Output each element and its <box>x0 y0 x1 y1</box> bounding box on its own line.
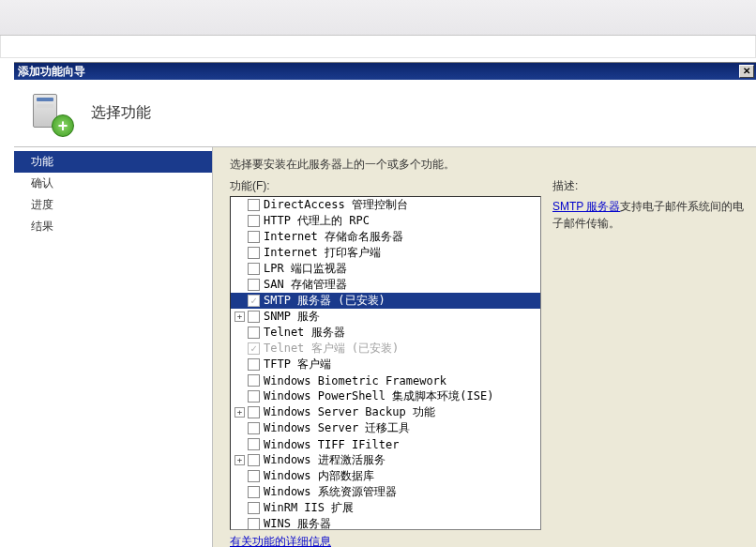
feature-list-label: 功能(F): <box>230 178 541 194</box>
feature-row[interactable]: WinRM IIS 扩展 <box>231 500 540 516</box>
feature-row[interactable]: LPR 端口监视器 <box>231 261 540 277</box>
feature-label: Windows 内部数据库 <box>264 468 374 484</box>
feature-checkbox[interactable] <box>248 374 260 387</box>
expand-spacer <box>234 471 245 481</box>
feature-row[interactable]: +Windows Server Backup 功能 <box>231 404 540 420</box>
wizard-header-icon: + <box>27 90 74 137</box>
feature-row[interactable]: +Windows 进程激活服务 <box>231 452 540 468</box>
feature-row[interactable]: Windows 内部数据库 <box>231 468 540 484</box>
feature-checkbox: ✓ <box>248 342 260 355</box>
feature-label: WINS 服务器 <box>264 516 331 530</box>
feature-checkbox[interactable] <box>248 422 260 434</box>
feature-label: Windows TIFF IFilter <box>264 438 400 451</box>
feature-row[interactable]: ✓SMTP 服务器 (已安装) <box>231 293 540 309</box>
wizard-nav: 功能确认进度结果 <box>14 147 213 547</box>
expand-spacer <box>234 327 245 338</box>
parent-window-toolbar <box>0 0 756 36</box>
feature-row[interactable]: +SNMP 服务 <box>231 309 540 325</box>
expand-spacer <box>234 200 245 210</box>
description-panel: 描述: SMTP 服务器支持电子邮件系统间的电子邮件传输。 <box>552 178 747 232</box>
feature-label: Windows Server Backup 功能 <box>264 404 435 420</box>
feature-label: Windows PowerShell 集成脚本环境(ISE) <box>264 388 493 404</box>
feature-row[interactable]: Windows Biometric Framework <box>231 372 540 388</box>
expand-spacer <box>234 391 245 402</box>
feature-checkbox[interactable] <box>248 486 260 498</box>
feature-checkbox[interactable] <box>248 247 260 259</box>
feature-checkbox[interactable] <box>248 311 260 323</box>
feature-checkbox: ✓ <box>248 295 260 307</box>
feature-label: SAN 存储管理器 <box>264 277 347 293</box>
feature-checkbox[interactable] <box>248 406 260 418</box>
expand-spacer <box>234 519 245 529</box>
parent-window-gap <box>0 36 756 58</box>
feature-row[interactable]: Telnet 服务器 <box>231 325 540 341</box>
feature-label: Internet 存储命名服务器 <box>264 229 403 245</box>
feature-row[interactable]: HTTP 代理上的 RPC <box>231 213 540 229</box>
feature-row[interactable]: Internet 存储命名服务器 <box>231 229 540 245</box>
feature-row[interactable]: Internet 打印客户端 <box>231 245 540 261</box>
feature-label: Telnet 服务器 <box>264 325 345 341</box>
feature-checkbox[interactable] <box>248 279 260 291</box>
feature-checkbox[interactable] <box>248 518 260 530</box>
feature-label: Windows Server 迁移工具 <box>264 420 410 436</box>
feature-checkbox[interactable] <box>248 502 260 514</box>
feature-checkbox[interactable] <box>248 358 260 371</box>
expand-icon[interactable]: + <box>234 407 245 418</box>
feature-checkbox[interactable] <box>248 327 260 339</box>
feature-row[interactable]: Windows TIFF IFilter <box>231 436 540 452</box>
feature-checkbox[interactable] <box>248 470 260 482</box>
expand-spacer <box>234 216 245 226</box>
feature-label: LPR 端口监视器 <box>264 261 347 277</box>
feature-row[interactable]: Windows PowerShell 集成脚本环境(ISE) <box>231 388 540 404</box>
expand-spacer <box>234 280 245 290</box>
feature-row[interactable]: Windows Server 迁移工具 <box>231 420 540 436</box>
feature-checkbox[interactable] <box>248 231 260 243</box>
nav-item[interactable]: 结果 <box>14 216 212 237</box>
feature-label: SMTP 服务器 (已安装) <box>264 293 386 309</box>
feature-label: DirectAccess 管理控制台 <box>264 197 408 213</box>
feature-checkbox[interactable] <box>248 263 260 275</box>
feature-checkbox[interactable] <box>248 454 260 466</box>
feature-label: Windows Biometric Framework <box>264 374 446 387</box>
expand-spacer <box>234 232 245 242</box>
close-button[interactable]: ✕ <box>739 65 754 78</box>
feature-label: Telnet 客户端 (已安装) <box>264 341 399 357</box>
wizard-body: 功能确认进度结果 选择要安装在此服务器上的一个或多个功能。 功能(F): Dir… <box>14 147 756 547</box>
expand-spacer <box>234 343 245 354</box>
instruction-text: 选择要安装在此服务器上的一个或多个功能。 <box>230 157 747 173</box>
feature-label: Windows 进程激活服务 <box>264 452 386 468</box>
expand-spacer <box>234 296 245 306</box>
expand-icon[interactable]: + <box>234 311 245 322</box>
feature-label: Windows 系统资源管理器 <box>264 484 397 500</box>
feature-checkbox[interactable] <box>248 199 260 211</box>
expand-icon[interactable]: + <box>234 455 245 465</box>
description-header: 描述: <box>552 178 747 194</box>
feature-row[interactable]: Windows 系统资源管理器 <box>231 484 540 500</box>
close-icon: ✕ <box>743 67 750 76</box>
feature-row[interactable]: ✓Telnet 客户端 (已安装) <box>231 341 540 357</box>
feature-row[interactable]: SAN 存储管理器 <box>231 277 540 293</box>
wizard-content: 选择要安装在此服务器上的一个或多个功能。 功能(F): DirectAccess… <box>213 147 756 547</box>
nav-item[interactable]: 确认 <box>14 173 212 194</box>
add-features-wizard-dialog: 添加功能向导 ✕ + 选择功能 功能确认进度结果 选择要安装在此服务器上的一个或… <box>14 62 756 547</box>
expand-spacer <box>234 359 245 370</box>
nav-item[interactable]: 功能 <box>14 151 212 173</box>
feature-row[interactable]: WINS 服务器 <box>231 516 540 530</box>
feature-row[interactable]: DirectAccess 管理控制台 <box>231 197 540 213</box>
titlebar[interactable]: 添加功能向导 ✕ <box>14 63 756 80</box>
description-link[interactable]: SMTP 服务器 <box>552 200 620 213</box>
feature-row[interactable]: TFTP 客户端 <box>231 357 540 372</box>
expand-spacer <box>234 423 245 433</box>
feature-checkbox[interactable] <box>248 390 260 403</box>
plus-badge-icon: + <box>52 114 74 137</box>
more-info-link[interactable]: 有关功能的详细信息 <box>230 534 331 547</box>
feature-checkbox[interactable] <box>248 215 260 227</box>
feature-listbox[interactable]: DirectAccess 管理控制台 HTTP 代理上的 RPC Interne… <box>230 196 541 530</box>
feature-label: SNMP 服务 <box>264 309 320 325</box>
feature-checkbox[interactable] <box>248 438 260 450</box>
description-body: SMTP 服务器支持电子邮件系统间的电子邮件传输。 <box>552 198 747 232</box>
expand-spacer <box>234 264 245 274</box>
expand-spacer <box>234 248 245 258</box>
nav-item[interactable]: 进度 <box>14 194 212 216</box>
dialog-title: 添加功能向导 <box>18 64 739 80</box>
